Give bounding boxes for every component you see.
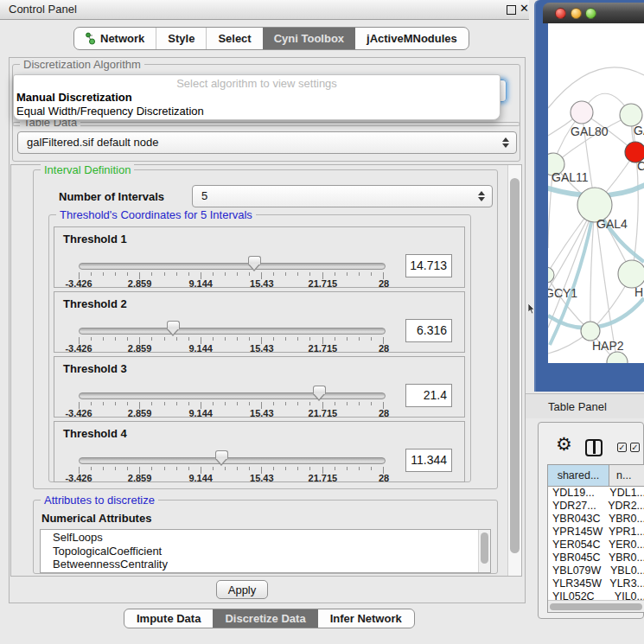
slider-thumb[interactable] — [215, 450, 228, 459]
gear-icon[interactable]: ⚙ — [556, 435, 572, 453]
threshold-value-field[interactable]: 11.344 — [405, 449, 452, 472]
slider-tick — [164, 402, 165, 405]
apply-button[interactable]: Apply — [216, 580, 268, 599]
slider-tick — [115, 402, 116, 405]
tab-select[interactable]: Select — [206, 28, 262, 49]
dropdown-item-equal-width-frequency-discretization[interactable]: Equal Width/Frequency Discretization — [16, 105, 204, 118]
table-row[interactable]: YBR045CYBR0... — [548, 552, 644, 564]
network-node-gal80[interactable] — [571, 101, 593, 124]
slider-tick — [335, 467, 335, 470]
scale-label: 15.43 — [250, 343, 274, 354]
network-node-label: GA — [634, 124, 644, 137]
checkbox-checked-icon[interactable]: ✓ — [630, 443, 640, 452]
scale-label: 15.43 — [250, 408, 274, 418]
number-of-intervals-combobox[interactable]: 5 — [192, 185, 493, 207]
network-node-bottom-partial[interactable] — [607, 352, 628, 363]
slider-tick — [335, 337, 335, 341]
attribute-item-selfloops[interactable]: SelfLoops — [53, 531, 490, 545]
slider-track[interactable] — [79, 328, 386, 335]
table-cell: YDL1... — [604, 487, 644, 500]
slider-tick — [347, 402, 348, 405]
scale-label: -3.426 — [65, 473, 92, 483]
scrollbar-thumb[interactable] — [510, 178, 520, 553]
table-row[interactable]: YLR345WYLR3... — [548, 577, 644, 590]
network-edge[interactable] — [548, 205, 595, 328]
slider-track[interactable] — [79, 457, 386, 464]
table-row[interactable]: YBL079WYBL0... — [548, 564, 644, 577]
bottom-tab-infer-network[interactable]: Infer Network — [318, 609, 414, 628]
list-vertical-scrollbar[interactable] — [478, 530, 490, 572]
scale-label: 9.144 — [188, 473, 213, 483]
slider-tick — [103, 467, 104, 470]
dropdown-item-manual-discretization[interactable]: Manual Discretization — [16, 91, 132, 104]
network-node-h-node[interactable] — [618, 260, 644, 288]
attributes-items: SelfLoopsTopologicalCoefficientBetweenne… — [41, 531, 490, 571]
threshold-panel: Threshold 3 -3.4262.8599.14415.4321.7152… — [54, 356, 465, 418]
close-icon[interactable]: ✕ — [520, 2, 529, 15]
column-header-shared-[interactable]: shared... — [548, 465, 609, 486]
attribute-item-betweennesscentrality[interactable]: BetweennessCentrality — [53, 558, 490, 571]
bottom-tab-impute-data[interactable]: Impute Data — [124, 609, 213, 628]
tab-network[interactable]: Network — [74, 28, 156, 49]
columns-icon[interactable] — [585, 439, 603, 456]
table-cell: YPR145W — [548, 526, 603, 539]
tab-label: jActiveMNodules — [367, 32, 457, 45]
threshold-value-field[interactable]: 14.713 — [405, 254, 452, 277]
slider-thumb[interactable] — [167, 321, 180, 329]
numerical-attributes-list[interactable]: SelfLoopsTopologicalCoefficientBetweenne… — [40, 529, 491, 573]
table-cell: YDR27... — [548, 500, 603, 513]
slider-tick — [225, 272, 226, 276]
network-node-label: GAL11 — [552, 170, 589, 184]
network-window-titlebar[interactable] — [543, 3, 644, 23]
tab-cyni-toolbox[interactable]: Cyni Toolbox — [263, 28, 355, 49]
slider-tick — [237, 272, 238, 276]
network-node-hap2[interactable] — [581, 322, 600, 341]
table-row[interactable]: YBR043CYBR0... — [548, 513, 644, 526]
close-traffic-light-icon[interactable] — [555, 8, 566, 19]
slider-tick — [371, 337, 372, 341]
threshold-value-field[interactable]: 6.316 — [405, 319, 452, 342]
slider-tick — [273, 272, 274, 276]
tab-jactivemnodules[interactable]: jActiveMNodules — [355, 28, 469, 49]
slider-track[interactable] — [79, 263, 386, 270]
attribute-item-topologicalcoefficient[interactable]: TopologicalCoefficient — [53, 545, 490, 558]
table-row[interactable]: YDR27...YDR2... — [548, 500, 644, 513]
slider-tick — [297, 272, 298, 276]
vertical-scrollbar[interactable] — [507, 165, 521, 576]
column-header-n-[interactable]: n... — [609, 465, 644, 486]
scale-label: 2.859 — [128, 408, 152, 418]
scale-label: 28 — [379, 408, 389, 418]
network-node-label: GCY1 — [548, 286, 577, 300]
slider-thumb[interactable] — [313, 386, 326, 394]
tab-label: Select — [218, 32, 251, 45]
table-data-combobox[interactable]: galFiltered.sif default node — [17, 131, 517, 154]
table-row[interactable]: YIL052CYIL0... — [548, 590, 644, 600]
zoom-traffic-light-icon[interactable] — [585, 8, 596, 19]
slider-thumb[interactable] — [248, 256, 261, 265]
table-row[interactable]: YDL19...YDL1... — [548, 487, 644, 500]
table-cell: YER054C — [548, 539, 603, 552]
table-panel-header: Table Panel — [526, 394, 644, 418]
threshold-stack: Threshold 1 -3.4262.8599.14415.4321.7152… — [54, 226, 465, 486]
slider-scale: -3.4262.8599.14415.4321.71528 — [79, 278, 384, 289]
table-row[interactable]: YPR145WYPR1... — [548, 526, 644, 539]
threshold-value-field[interactable]: 21.4 — [405, 384, 452, 407]
slider-track[interactable] — [79, 392, 386, 399]
scale-label: -3.426 — [65, 408, 92, 418]
slider-tick — [164, 272, 165, 276]
bottom-tab-discretize-data[interactable]: Discretize Data — [213, 609, 317, 628]
scrollbar-thumb[interactable] — [550, 603, 642, 610]
checkbox-checked-icon[interactable]: ✓ — [617, 443, 627, 452]
slider-tick — [347, 337, 348, 341]
network-canvas[interactable]: GAL80GACGAL11GAL4GCY1HHAP2 — [548, 23, 644, 363]
tab-style[interactable]: Style — [156, 28, 206, 49]
scrollbar-thumb[interactable] — [481, 532, 488, 564]
table-row[interactable]: YER054CYER0... — [548, 539, 644, 552]
horizontal-scrollbar[interactable] — [548, 600, 644, 613]
minimize-traffic-light-icon[interactable] — [571, 8, 582, 19]
network-node-label: H — [634, 285, 643, 299]
scale-label: 28 — [379, 473, 389, 483]
bottom-tab-bar: Impute DataDiscretize DataInfer Network — [124, 609, 415, 628]
float-window-icon[interactable] — [507, 5, 516, 15]
network-edge[interactable] — [548, 67, 644, 108]
